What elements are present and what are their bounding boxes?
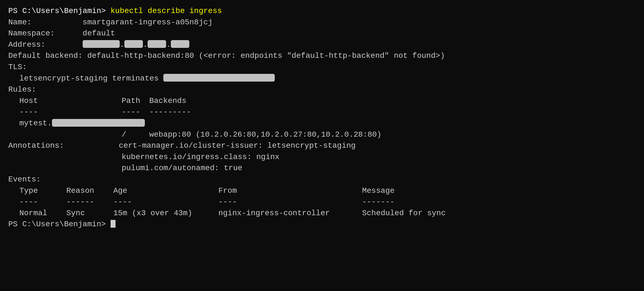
address-redacted3	[148, 40, 166, 48]
annotation-1: kubernetes.io/ingress.class: nginx	[122, 153, 279, 161]
address-dot2: .	[143, 40, 148, 49]
events-separators-line: -------------------------	[8, 196, 636, 208]
annotations-line-2: pulumi.com/autonamed: true	[8, 163, 636, 174]
rules-columns-line: HostPathBackends	[8, 95, 636, 107]
host-sep: ----	[19, 106, 122, 118]
path-sep: ----	[122, 106, 149, 118]
address-line: Address: . . .	[8, 39, 636, 51]
annotation-0: cert-manager.io/cluster-issuer: letsencr…	[119, 141, 356, 150]
address-dot3: .	[166, 40, 171, 49]
backend-value: webapp:80 (10.2.0.26:80,10.2.0.27:80,10.…	[149, 130, 381, 139]
command: kubectl describe ingress	[111, 7, 222, 15]
from-col-header: From	[218, 185, 362, 197]
default-backend-value: default-http-backend:80 (<error: endpoin…	[87, 51, 445, 60]
type-col-header: Type	[19, 185, 66, 197]
message-sep: -------	[362, 198, 395, 206]
final-prompt-line: PS C:\Users\Benjamin>	[8, 219, 636, 230]
path-value: /	[122, 129, 149, 141]
rules-header: Rules:	[8, 85, 36, 94]
tls-text: letsencrypt-staging terminates	[19, 74, 163, 83]
events-header: Events:	[8, 175, 41, 184]
type-sep: ----	[19, 196, 66, 208]
default-backend-label: Default backend:	[8, 51, 87, 60]
event-from-0: nginx-ingress-controller	[218, 208, 362, 219]
annotations-header-line: Annotations:cert-manager.io/cluster-issu…	[8, 140, 636, 152]
name-line: Name: smartgarant-ingress-a05n8jcj	[8, 17, 636, 28]
host-redacted	[52, 119, 145, 127]
namespace-label: Namespace:	[8, 29, 83, 38]
event-reason-0: Sync	[66, 208, 113, 219]
backends-sep: ---------	[149, 108, 191, 116]
reason-col-header: Reason	[66, 185, 113, 197]
address-redacted	[83, 40, 120, 48]
path-col-header: Path	[122, 95, 149, 107]
rules-path-line: /webapp:80 (10.2.0.26:80,10.2.0.27:80,10…	[8, 129, 636, 141]
tls-redacted	[163, 74, 275, 82]
tls-header-line: TLS:	[8, 62, 636, 73]
cursor	[111, 220, 116, 228]
name-label: Name:	[8, 18, 83, 27]
reason-sep: ------	[66, 196, 113, 208]
event-type-0: Normal	[19, 208, 66, 219]
events-header-line: Events:	[8, 174, 636, 185]
message-col-header: Message	[362, 186, 395, 195]
host-value-text: mytest.	[19, 119, 52, 128]
final-prompt: PS C:\Users\Benjamin>	[8, 220, 111, 228]
event-row-0: NormalSync15m (x3 over 43m)nginx-ingress…	[8, 208, 636, 219]
command-line: PS C:\Users\Benjamin> kubectl describe i…	[8, 6, 636, 17]
events-columns-line: TypeReasonAgeFromMessage	[8, 185, 636, 197]
annotations-header: Annotations:	[8, 141, 64, 150]
address-redacted2	[124, 40, 143, 48]
prompt: PS C:\Users\Benjamin>	[8, 7, 111, 15]
backends-col-header: Backends	[149, 97, 186, 105]
default-backend-line: Default backend: default-http-backend:80…	[8, 50, 636, 62]
from-sep: ----	[218, 196, 362, 208]
tls-header: TLS:	[8, 63, 27, 71]
rules-host-line: mytest.	[8, 118, 636, 129]
annotation-2: pulumi.com/autonamed: true	[122, 164, 242, 172]
namespace-line: Namespace: default	[8, 28, 636, 39]
terminal: PS C:\Users\Benjamin> kubectl describe i…	[8, 6, 636, 230]
host-col-header: Host	[19, 95, 122, 107]
age-sep: ----	[113, 196, 218, 208]
address-redacted4	[171, 40, 189, 48]
annotations-line-1: kubernetes.io/ingress.class: nginx	[8, 152, 636, 163]
address-label: Address:	[8, 40, 83, 49]
name-value: smartgarant-ingress-a05n8jcj	[83, 18, 213, 27]
age-col-header: Age	[113, 185, 218, 197]
event-age-0: 15m (x3 over 43m)	[113, 208, 218, 219]
rules-separators-line: -----------------	[8, 106, 636, 118]
event-message-0: Scheduled for sync	[362, 209, 446, 217]
rules-header-line: Rules:	[8, 84, 636, 95]
tls-value-line: letsencrypt-staging terminates	[8, 73, 636, 84]
address-dot: .	[120, 40, 124, 49]
namespace-value: default	[83, 29, 115, 38]
